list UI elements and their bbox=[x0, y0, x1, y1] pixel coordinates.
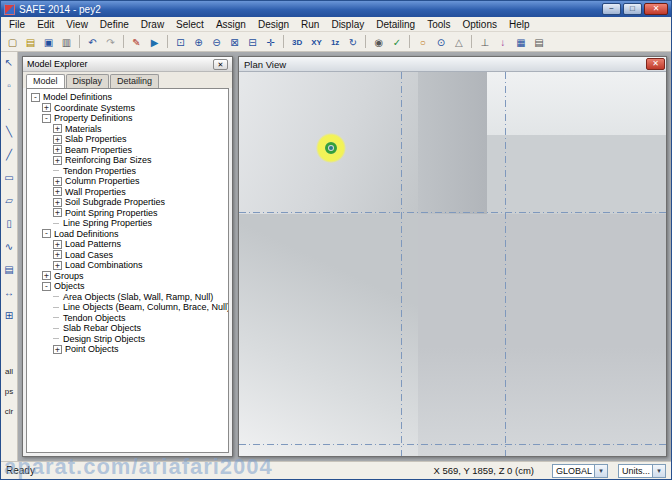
draw-rectangle-icon[interactable]: ▯ bbox=[2, 217, 17, 232]
draw-point-icon[interactable]: ∙ bbox=[2, 102, 17, 117]
zoom-in-icon[interactable]: ⊕ bbox=[190, 34, 207, 50]
tree-item[interactable]: -Model Definitions bbox=[27, 92, 228, 103]
close-button[interactable]: ✕ bbox=[644, 3, 668, 15]
tree-expander-plus-icon[interactable]: + bbox=[53, 177, 62, 186]
snap-triangle-icon[interactable]: △ bbox=[450, 34, 467, 50]
tree-expander-plus-icon[interactable]: + bbox=[53, 198, 62, 207]
tree-item[interactable]: +Materials bbox=[27, 124, 228, 135]
tree-item[interactable]: +Column Properties bbox=[27, 176, 228, 187]
menu-item-display[interactable]: Display bbox=[325, 18, 370, 31]
tree-expander-plus-icon[interactable]: + bbox=[53, 156, 62, 165]
tree-item[interactable]: +Slab Properties bbox=[27, 134, 228, 145]
tab-display[interactable]: Display bbox=[66, 74, 110, 88]
tree-expander-minus-icon[interactable]: - bbox=[31, 93, 40, 102]
maximize-button[interactable]: □ bbox=[623, 3, 642, 15]
menu-item-assign[interactable]: Assign bbox=[210, 18, 252, 31]
tab-model[interactable]: Model bbox=[26, 74, 65, 88]
tree-expander-plus-icon[interactable]: + bbox=[53, 261, 62, 270]
tree-expander-plus-icon[interactable]: + bbox=[42, 271, 51, 280]
tree-expander-plus-icon[interactable]: + bbox=[53, 135, 62, 144]
draw-mode-icon[interactable]: ✎ bbox=[128, 34, 145, 50]
tree-item[interactable]: +Coordinate Systems bbox=[27, 103, 228, 114]
tree-item[interactable]: +Load Cases bbox=[27, 250, 228, 261]
rubber-band-zoom-icon[interactable]: ⊡ bbox=[172, 34, 189, 50]
draw-area-icon[interactable]: ▭ bbox=[2, 171, 17, 186]
coordinate-system-dropdown[interactable]: GLOBAL ▾ bbox=[552, 464, 608, 478]
model-explorer-close-icon[interactable]: ✕ bbox=[213, 59, 228, 70]
snap-clear-button[interactable]: clr bbox=[2, 406, 17, 418]
point-load-icon[interactable]: ↓ bbox=[494, 34, 511, 50]
menu-item-tools[interactable]: Tools bbox=[421, 18, 456, 31]
tree-item[interactable]: +Load Patterns bbox=[27, 239, 228, 250]
tree-expander-plus-icon[interactable]: + bbox=[53, 250, 62, 259]
tree-expander-plus-icon[interactable]: + bbox=[53, 187, 62, 196]
tree-expander-plus-icon[interactable]: + bbox=[53, 240, 62, 249]
snap-grid-icon[interactable]: ⊞ bbox=[2, 309, 17, 324]
zoom-full-icon[interactable]: ⊠ bbox=[226, 34, 243, 50]
tree-item[interactable]: Tendon Objects bbox=[27, 313, 228, 324]
tree-expander-minus-icon[interactable]: - bbox=[42, 282, 51, 291]
run-analysis-icon[interactable]: ▶ bbox=[146, 34, 163, 50]
tree-item[interactable]: +Beam Properties bbox=[27, 145, 228, 156]
menu-item-select[interactable]: Select bbox=[170, 18, 210, 31]
tree-item[interactable]: -Load Definitions bbox=[27, 229, 228, 240]
zoom-out-icon[interactable]: ⊖ bbox=[208, 34, 225, 50]
snap-target-icon[interactable]: ⊙ bbox=[432, 34, 449, 50]
tree-item[interactable]: Tendon Properties bbox=[27, 166, 228, 177]
draw-design-strip-icon[interactable]: ▤ bbox=[2, 263, 17, 278]
plan-view-close-icon[interactable]: ✕ bbox=[646, 58, 665, 70]
tree-expander-plus-icon[interactable]: + bbox=[53, 145, 62, 154]
view-plan-button[interactable]: XY bbox=[307, 34, 326, 50]
plan-view-canvas[interactable] bbox=[239, 72, 666, 456]
support-icon[interactable]: ⊥ bbox=[476, 34, 493, 50]
save-model-icon[interactable]: ▣ bbox=[40, 34, 57, 50]
snap-circle-icon[interactable]: ○ bbox=[414, 34, 431, 50]
tree-item[interactable]: Line Objects (Beam, Column, Brace, Null) bbox=[27, 302, 228, 313]
quick-draw-line-icon[interactable]: ╱ bbox=[2, 148, 17, 163]
print-icon[interactable]: ▥ bbox=[58, 34, 75, 50]
tree-expander-plus-icon[interactable]: + bbox=[53, 345, 62, 354]
tree-expander-plus-icon[interactable]: + bbox=[53, 208, 62, 217]
quick-draw-area-icon[interactable]: ▱ bbox=[2, 194, 17, 209]
menu-item-detailing[interactable]: Detailing bbox=[370, 18, 421, 31]
tree-item[interactable]: Area Objects (Slab, Wall, Ramp, Null) bbox=[27, 292, 228, 303]
menu-item-options[interactable]: Options bbox=[457, 18, 503, 31]
object-viewer-icon[interactable]: ◉ bbox=[370, 34, 387, 50]
rotate-view-icon[interactable]: ↻ bbox=[344, 34, 361, 50]
tables-icon[interactable]: ▤ bbox=[530, 34, 547, 50]
reshape-object-icon[interactable]: ▫ bbox=[2, 79, 17, 94]
tree-item[interactable]: -Property Definitions bbox=[27, 113, 228, 124]
draw-dimension-line-icon[interactable]: ↔ bbox=[2, 286, 17, 301]
tree-item[interactable]: +Reinforcing Bar Sizes bbox=[27, 155, 228, 166]
snap-points-button[interactable]: ps bbox=[2, 386, 17, 398]
tree-item[interactable]: +Point Spring Properties bbox=[27, 208, 228, 219]
tree-item[interactable]: Slab Rebar Objects bbox=[27, 323, 228, 334]
model-explorer-titlebar[interactable]: Model Explorer ✕ bbox=[23, 57, 232, 72]
minimize-button[interactable]: − bbox=[602, 3, 621, 15]
menu-item-run[interactable]: Run bbox=[295, 18, 325, 31]
tree-item[interactable]: +Point Objects bbox=[27, 344, 228, 355]
units-dropdown[interactable]: Units... ▾ bbox=[618, 464, 666, 478]
menu-item-view[interactable]: View bbox=[60, 18, 94, 31]
tree-expander-plus-icon[interactable]: + bbox=[53, 124, 62, 133]
select-pointer-icon[interactable]: ↖ bbox=[2, 56, 17, 71]
view-3d-button[interactable]: 3D bbox=[288, 34, 306, 50]
tree-expander-plus-icon[interactable]: + bbox=[42, 103, 51, 112]
menu-item-define[interactable]: Define bbox=[94, 18, 135, 31]
tree-item[interactable]: +Soil Subgrade Properties bbox=[27, 197, 228, 208]
grid-options-icon[interactable]: ▦ bbox=[512, 34, 529, 50]
undo-icon[interactable]: ↶ bbox=[84, 34, 101, 50]
menu-item-draw[interactable]: Draw bbox=[135, 18, 170, 31]
pan-icon[interactable]: ✛ bbox=[262, 34, 279, 50]
tree-item[interactable]: Line Spring Properties bbox=[27, 218, 228, 229]
menu-item-edit[interactable]: Edit bbox=[31, 18, 60, 31]
menu-item-design[interactable]: Design bbox=[252, 18, 295, 31]
tree-item[interactable]: +Load Combinations bbox=[27, 260, 228, 271]
plan-view-titlebar[interactable]: Plan View ✕ bbox=[239, 57, 666, 72]
zoom-previous-icon[interactable]: ⊟ bbox=[244, 34, 261, 50]
redo-icon[interactable]: ↷ bbox=[102, 34, 119, 50]
draw-tendon-icon[interactable]: ∿ bbox=[2, 240, 17, 255]
new-model-icon[interactable]: ▢ bbox=[4, 34, 21, 50]
tree-item[interactable]: -Objects bbox=[27, 281, 228, 292]
tab-detailing[interactable]: Detailing bbox=[110, 74, 159, 88]
